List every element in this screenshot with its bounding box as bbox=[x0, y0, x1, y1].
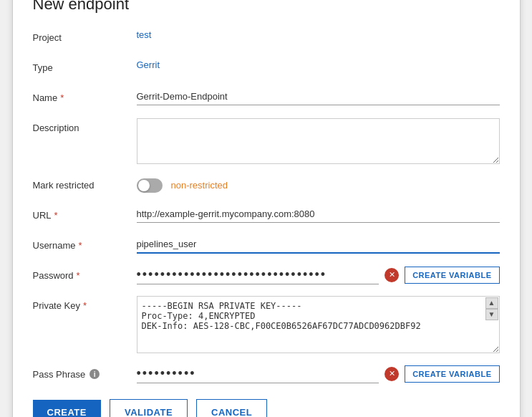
private-key-label: Private Key * bbox=[33, 296, 137, 311]
pass-phrase-create-variable-button[interactable]: CREATE VARIABLE bbox=[405, 365, 499, 383]
name-input[interactable] bbox=[137, 88, 500, 105]
password-create-variable-button[interactable]: CREATE VARIABLE bbox=[405, 267, 499, 284]
dialog-title: New endpoint bbox=[33, 0, 500, 14]
type-field: Gerrit bbox=[137, 58, 500, 71]
url-required-star: * bbox=[54, 210, 58, 221]
project-label: Project bbox=[33, 28, 137, 43]
url-label: URL * bbox=[33, 206, 137, 221]
username-field bbox=[137, 236, 500, 254]
username-label: Username * bbox=[33, 236, 137, 251]
type-label: Type bbox=[33, 58, 137, 73]
description-input[interactable] bbox=[137, 118, 500, 164]
toggle-thumb bbox=[138, 180, 150, 191]
url-field bbox=[137, 206, 500, 223]
new-endpoint-dialog: New endpoint Project test Type Gerrit Na… bbox=[12, 0, 521, 417]
description-row: Description bbox=[33, 118, 500, 167]
private-key-required-star: * bbox=[83, 300, 87, 311]
password-row-inner: CREATE VARIABLE bbox=[137, 266, 500, 284]
password-input[interactable] bbox=[137, 266, 379, 284]
pass-phrase-row: Pass Phrase i CREATE VARIABLE bbox=[33, 365, 500, 386]
type-row: Type Gerrit bbox=[33, 58, 500, 80]
username-input[interactable] bbox=[137, 236, 500, 254]
username-required-star: * bbox=[78, 240, 82, 251]
project-field: test bbox=[137, 28, 500, 41]
mark-restricted-row: Mark restricted non-restricted bbox=[33, 176, 500, 197]
project-row: Project test bbox=[33, 28, 500, 49]
pass-phrase-field: CREATE VARIABLE bbox=[137, 365, 500, 383]
url-input[interactable] bbox=[137, 206, 500, 223]
footer-buttons: CREATE VALIDATE CANCEL bbox=[33, 399, 500, 418]
description-label: Description bbox=[33, 118, 137, 133]
private-key-row: Private Key * -----BEGIN RSA PRIVATE KEY… bbox=[33, 296, 500, 356]
name-field bbox=[137, 88, 500, 105]
mark-restricted-label: Mark restricted bbox=[33, 176, 137, 191]
pass-phrase-info-icon[interactable]: i bbox=[90, 369, 100, 379]
password-field: CREATE VARIABLE bbox=[137, 266, 500, 284]
type-value: Gerrit bbox=[137, 55, 160, 70]
private-key-input[interactable]: -----BEGIN RSA PRIVATE KEY----- Proc-Typ… bbox=[137, 296, 500, 353]
password-required-star: * bbox=[77, 270, 80, 281]
private-key-field: -----BEGIN RSA PRIVATE KEY----- Proc-Typ… bbox=[137, 296, 500, 356]
password-label: Password * bbox=[33, 266, 137, 281]
pass-phrase-row-inner: CREATE VARIABLE bbox=[137, 365, 500, 383]
url-row: URL * bbox=[33, 206, 500, 227]
pass-phrase-input[interactable] bbox=[137, 365, 379, 383]
name-label: Name * bbox=[33, 88, 137, 103]
name-required-star: * bbox=[60, 92, 64, 103]
mark-restricted-toggle[interactable] bbox=[137, 178, 163, 193]
mark-restricted-field: non-restricted bbox=[137, 176, 500, 193]
create-button[interactable]: CREATE bbox=[33, 400, 101, 418]
username-row: Username * bbox=[33, 236, 500, 257]
toggle-row: non-restricted bbox=[137, 176, 500, 193]
validate-button[interactable]: VALIDATE bbox=[110, 399, 188, 418]
cancel-button[interactable]: CANCEL bbox=[196, 399, 267, 418]
scroll-up-arrow[interactable]: ▲ bbox=[485, 297, 498, 309]
password-row: Password * CREATE VARIABLE bbox=[33, 266, 500, 287]
pass-phrase-label: Pass Phrase i bbox=[33, 365, 137, 380]
description-field bbox=[137, 118, 500, 167]
toggle-status-label: non-restricted bbox=[171, 180, 228, 191]
project-value: test bbox=[137, 25, 152, 40]
pass-phrase-clear-icon[interactable] bbox=[385, 367, 399, 381]
password-clear-icon[interactable] bbox=[385, 268, 399, 282]
scroll-down-arrow[interactable]: ▼ bbox=[485, 309, 498, 320]
scroll-arrows: ▲ ▼ bbox=[485, 297, 498, 320]
name-row: Name * bbox=[33, 88, 500, 110]
